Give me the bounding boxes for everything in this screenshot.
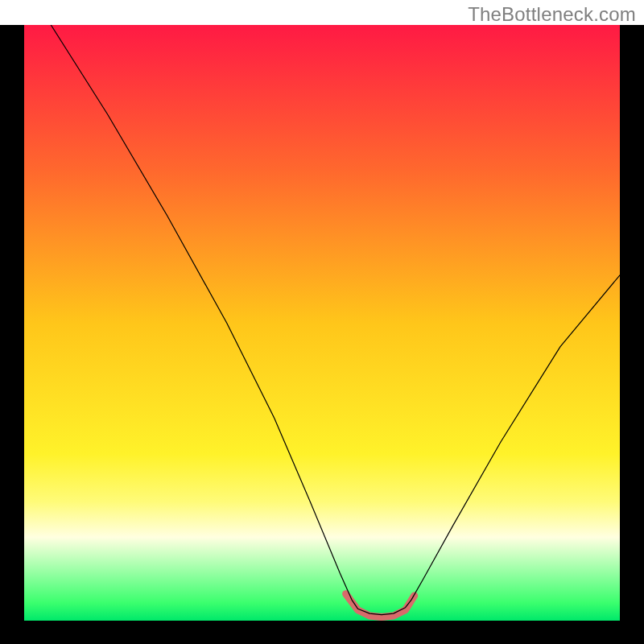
watermark-text: TheBottleneck.com	[468, 3, 636, 26]
plot-area	[24, 25, 620, 621]
chart-frame: TheBottleneck.com	[0, 0, 644, 644]
chart-svg	[24, 25, 620, 621]
